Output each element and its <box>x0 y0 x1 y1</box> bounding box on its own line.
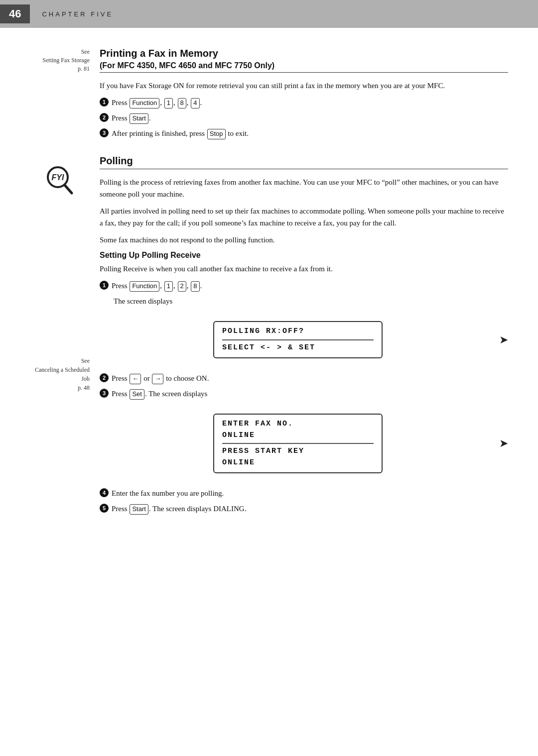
polling-step-1: 1 Press Function, 1, 2, 8. <box>100 280 508 292</box>
screen-line-1-2: SELECT <- > & SET <box>222 342 374 354</box>
sidebar-fyi-area: FYI SeeCanceling a Scheduled Jobp. 48 <box>30 162 90 392</box>
key-left-arrow: ← <box>130 374 141 384</box>
step-1-content: Press Function, 1, 8, 4. <box>112 97 508 108</box>
screen-display-2-wrap: ENTER FAX NO. ONLINE PRESS START KEY ONL… <box>100 407 508 480</box>
chapter-title: CHAPTER FIVE <box>42 10 113 18</box>
key-function-2: Function <box>130 281 159 291</box>
key-1-2: 1 <box>164 281 173 291</box>
polling-step-num-1: 1 <box>100 281 109 290</box>
key-2-2: 2 <box>178 281 186 291</box>
main-body: Printing a Fax in Memory (For MFC 4350, … <box>100 48 508 531</box>
printing-section: Printing a Fax in Memory (For MFC 4350, … <box>100 48 508 139</box>
step-number-2: 2 <box>100 113 109 122</box>
screen-label-1: The screen displays <box>114 295 508 307</box>
key-start-2: Start <box>130 504 148 514</box>
polling-section: Polling Polling is the process of retrie… <box>100 155 508 515</box>
sidebar-note-bottom: SeeCanceling a Scheduled Jobp. 48 <box>30 356 90 392</box>
polling-step-num-4: 4 <box>100 488 109 497</box>
key-start-1: Start <box>130 113 148 123</box>
polling-subsection-heading: Setting Up Polling Receive <box>100 251 508 260</box>
step-number-3: 3 <box>100 128 109 137</box>
printing-divider <box>100 72 508 73</box>
polling-fyi-note: Some fax machines do not respond to the … <box>100 234 508 246</box>
key-1-1: 1 <box>164 98 173 108</box>
polling-divider <box>100 169 508 169</box>
sidebar-note-top: SeeSetting Fax Storagep. 81 <box>30 48 90 73</box>
polling-step-5-content: Press Start. The screen displays DIALING… <box>112 503 508 515</box>
polling-step-5: 5 Press Start. The screen displays DIALI… <box>100 503 508 515</box>
polling-step-num-3: 3 <box>100 389 109 398</box>
polling-subsection-intro: Polling Receive is when you call another… <box>100 263 508 275</box>
key-function-1: Function <box>130 98 159 108</box>
printing-step-3: 3 After printing is finished, press Stop… <box>100 127 508 139</box>
screen-arrow-1: ➤ <box>499 333 508 346</box>
screen-line-2-1: ENTER FAX NO. <box>222 419 374 430</box>
key-set-1: Set <box>130 389 144 399</box>
step-2-content: Press Start. <box>112 112 508 124</box>
page-number: 46 <box>0 4 30 23</box>
sidebar: SeeSetting Fax Storagep. 81 FYI SeeCance… <box>30 48 100 531</box>
printing-heading-1: Printing a Fax in Memory <box>100 48 508 59</box>
key-4-1: 4 <box>191 98 199 108</box>
printing-steps: 1 Press Function, 1, 8, 4. 2 Press Start… <box>100 97 508 139</box>
polling-step-3: 3 Press Set. The screen displays <box>100 388 508 400</box>
polling-step-2-content: Press ← or → to choose ON. <box>112 372 508 384</box>
step-number-1: 1 <box>100 98 109 107</box>
polling-heading: Polling <box>100 155 508 167</box>
screen-line-2-4: ONLINE <box>222 457 374 469</box>
key-8-2: 8 <box>191 281 199 291</box>
polling-step-num-5: 5 <box>100 504 109 513</box>
polling-step-num-2: 2 <box>100 373 109 382</box>
polling-step-4: 4 Enter the fax number you are polling. <box>100 487 508 499</box>
key-8-1: 8 <box>178 98 186 108</box>
screen-display-1-wrap: POLLING RX:OFF? SELECT <- > & SET ➤ <box>100 314 508 365</box>
polling-intro-1: Polling is the process of retrieving fax… <box>100 176 508 200</box>
screen-line-2-2: ONLINE <box>222 430 374 441</box>
screen-line-2-3: PRESS START KEY <box>222 446 374 457</box>
svg-text:FYI: FYI <box>52 173 64 182</box>
printing-heading-2: (For MFC 4350, MFC 4650 and MFC 7750 Onl… <box>100 61 508 70</box>
printing-step-1: 1 Press Function, 1, 8, 4. <box>100 97 508 108</box>
screen-display-2: ENTER FAX NO. ONLINE PRESS START KEY ONL… <box>213 414 383 473</box>
polling-step-2: 2 Press ← or → to choose ON. <box>100 372 508 384</box>
screen-display-1: POLLING RX:OFF? SELECT <- > & SET <box>213 321 383 358</box>
polling-intro-2: All parties involved in polling need to … <box>100 205 508 229</box>
header-bar: 46 CHAPTER FIVE <box>0 0 538 28</box>
sidebar-see-top: SeeSetting Fax Storagep. 81 <box>30 48 90 73</box>
polling-step-3-content: Press Set. The screen displays <box>112 388 508 400</box>
key-stop-1: Stop <box>207 129 226 139</box>
screen-line-1-1: POLLING RX:OFF? <box>222 326 374 337</box>
printing-step-2: 2 Press Start. <box>100 112 508 124</box>
polling-step-1-content: Press Function, 1, 2, 8. <box>112 280 508 292</box>
svg-line-2 <box>65 185 72 193</box>
step-1-text: Press <box>112 99 129 107</box>
screen-arrow-2: ➤ <box>499 437 508 450</box>
content-area: SeeSetting Fax Storagep. 81 FYI SeeCance… <box>0 28 538 550</box>
printing-intro: If you have Fax Storage ON for remote re… <box>100 80 508 92</box>
fyi-icon: FYI <box>42 162 78 198</box>
step-3-content: After printing is finished, press Stop t… <box>112 127 508 139</box>
polling-step-4-content: Enter the fax number you are polling. <box>112 487 508 499</box>
key-right-arrow: → <box>152 374 163 384</box>
